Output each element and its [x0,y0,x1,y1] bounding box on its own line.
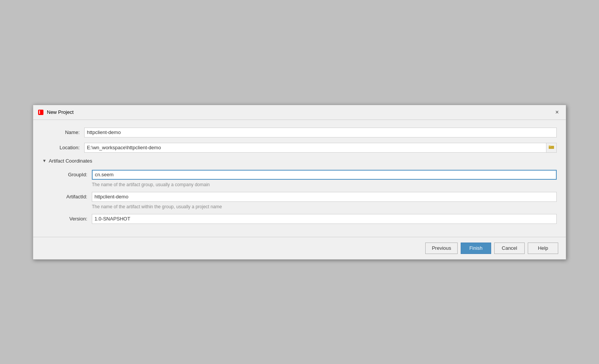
browse-folder-button[interactable] [546,143,557,153]
artifactid-hint: The name of the artifact within the grou… [92,204,557,209]
close-button[interactable]: × [553,108,561,117]
dialog-title: New Project [47,109,74,115]
help-button[interactable]: Help [528,243,558,254]
cancel-button[interactable]: Cancel [494,243,525,254]
groupid-hint: The name of the artifact group, usually … [92,182,557,187]
artifactid-input[interactable] [92,192,557,202]
groupid-row: GroupId: [50,170,557,180]
app-icon: I [38,109,44,115]
version-row: Version: [50,214,557,224]
location-input[interactable] [84,143,546,153]
new-project-dialog: I New Project × Name: Location: [33,105,566,260]
title-bar-left: I New Project [38,109,74,115]
artifactid-row: ArtifactId: [50,192,557,202]
version-input[interactable] [92,214,557,224]
name-row: Name: [42,128,557,137]
dialog-body: Name: Location: [33,120,566,237]
title-bar: I New Project × [33,105,566,120]
location-label: Location: [42,145,84,150]
version-label: Version: [50,216,92,222]
location-row: Location: [42,143,557,153]
artifact-coordinates-content: GroupId: The name of the artifact group,… [42,170,557,224]
collapse-arrow-icon[interactable]: ▼ [42,158,46,163]
artifact-coordinates-section-header: ▼ Artifact Coordinates [42,158,557,164]
name-input[interactable] [84,128,557,137]
folder-icon [549,145,554,150]
previous-button[interactable]: Previous [425,243,458,254]
name-label: Name: [42,129,84,135]
svg-rect-4 [549,145,551,146]
artifactid-label: ArtifactId: [50,194,92,200]
dialog-footer: Previous Finish Cancel Help [33,237,566,259]
location-input-wrap [84,143,557,153]
svg-text:I: I [39,109,40,115]
groupid-input[interactable] [92,170,557,180]
finish-button[interactable]: Finish [461,243,491,254]
groupid-label: GroupId: [50,172,92,177]
artifact-coordinates-title: Artifact Coordinates [49,158,92,164]
